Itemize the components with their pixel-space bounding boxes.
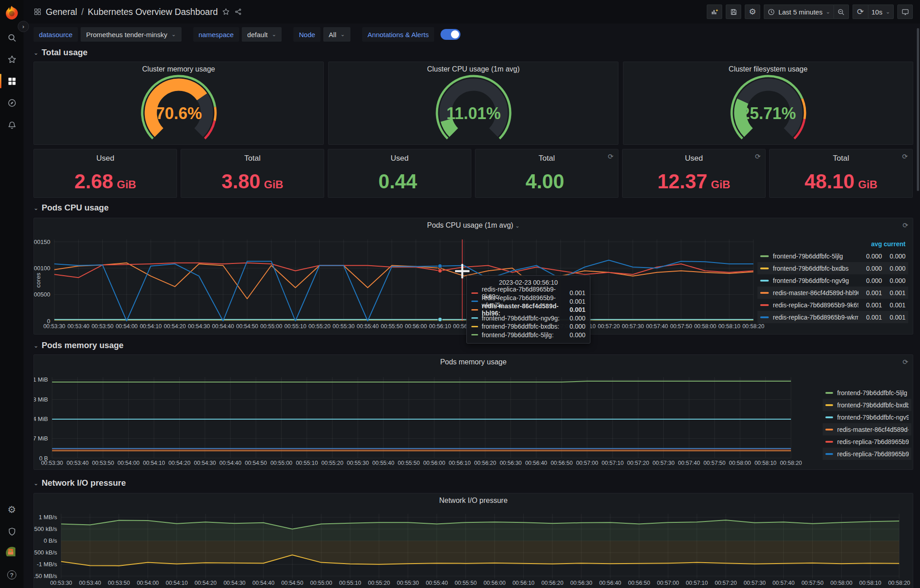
svg-text:00:56:10: 00:56:10 <box>429 323 451 330</box>
clock-icon <box>767 8 775 16</box>
legend-series-name[interactable]: redis-replica-7b6d8965b9-wkm7k <box>773 314 858 321</box>
zoom-out-time-button[interactable] <box>834 5 849 19</box>
legend-series-name[interactable]: redis-replica-7b6d8965b9-wkm7k <box>837 450 909 458</box>
sidebar-item-explore[interactable] <box>0 94 24 112</box>
memory-legend: frontend-79b6ddfbfc-5ljlgfrontend-79b6dd… <box>823 387 911 460</box>
stat-title[interactable]: Used <box>623 154 765 163</box>
legend-current: 0.000 <box>882 265 906 272</box>
network-chart-svg[interactable]: 1 MB/s500 kB/s0 B/s-500 kB/s-1 MB/s-1.50… <box>34 493 913 588</box>
top-navigation: General / Kubernetes Overview Dashboard … <box>24 0 920 24</box>
svg-text:00:55:30: 00:55:30 <box>333 323 355 330</box>
sidebar-item-server-admin[interactable] <box>0 522 24 540</box>
page-title[interactable]: Kubernetes Overview Dashboard <box>88 7 218 17</box>
tooltip-row: redis-master-86cf4d589d-hbl96:0.001 <box>471 306 585 314</box>
datasource-select[interactable]: Prometheus tender-minsky ⌄ <box>81 27 181 42</box>
star-dashboard-icon[interactable] <box>222 8 230 16</box>
legend-series-name[interactable]: redis-master-86cf4d589d-hbl96 <box>773 289 858 296</box>
svg-text:00:58:10: 00:58:10 <box>859 580 882 586</box>
legend-series-name[interactable]: frontend-79b6ddfbfc-bxdbs <box>837 402 909 409</box>
legend-item[interactable]: redis-replica-7b6d8965b9-wkm7k0.0010.001 <box>757 311 908 323</box>
stat-title[interactable]: Used <box>34 154 177 163</box>
legend-series-name[interactable]: frontend-79b6ddfbfc-5ljlg <box>773 253 858 260</box>
sidebar-item-profile[interactable] <box>0 544 24 562</box>
chevron-down-icon: ⌄ <box>34 480 38 487</box>
legend-series-name[interactable]: frontend-79b6ddfbfc-bxdbs <box>773 265 858 272</box>
scrollbar-thumb[interactable] <box>917 28 919 191</box>
stat-value: 3.80GiB <box>181 170 324 193</box>
panel-pods-memory-usage: Pods memory usage ⟳ 0 B4.77 MiB9.54 MiB1… <box>34 354 913 470</box>
sidebar-item-configuration[interactable]: ⚙ <box>0 501 24 519</box>
legend-series-name[interactable]: redis-replica-7b6d8965b9-9k69c <box>773 301 858 309</box>
legend-item[interactable]: frontend-79b6ddfbfc-bxdbs0.0000.000 <box>757 262 908 274</box>
grafana-logo-icon[interactable] <box>4 5 19 20</box>
sidebar-item-alerting[interactable] <box>0 116 24 134</box>
svg-text:500 kB/s: 500 kB/s <box>34 526 57 532</box>
svg-text:00:57:20: 00:57:20 <box>627 460 649 466</box>
legend-header[interactable]: avgcurrent <box>757 238 908 250</box>
legend-series-name[interactable]: redis-replica-7b6d8965b9-9k69c <box>837 438 909 445</box>
refresh-dashboard-button[interactable]: ⟳ <box>853 5 868 19</box>
node-select[interactable]: All ⌄ <box>323 27 350 42</box>
dashboard-settings-button[interactable]: ⚙ <box>745 5 760 19</box>
legend-item[interactable]: frontend-79b6ddfbfc-ngv9g <box>823 411 911 423</box>
panel-sync-icon[interactable]: ⟳ <box>608 153 613 161</box>
share-icon[interactable] <box>234 8 242 16</box>
svg-text:00:55:40: 00:55:40 <box>426 580 448 586</box>
legend-series-name[interactable]: frontend-79b6ddfbfc-5ljlg <box>837 389 909 397</box>
series-color-dash <box>825 392 833 394</box>
svg-text:00:57:10: 00:57:10 <box>686 580 708 586</box>
panel-sync-icon[interactable]: ⟳ <box>902 153 908 161</box>
namespace-select[interactable]: default ⌄ <box>242 27 282 42</box>
tooltip-timestamp: 2023-02-23 00:56:10 <box>471 279 585 286</box>
memory-chart-svg[interactable]: 0 B4.77 MiB9.54 MiB14.3 MiB19.1 MiB00:53… <box>34 355 913 469</box>
sidebar-item-dashboards[interactable] <box>0 72 24 90</box>
legend-item[interactable]: frontend-79b6ddfbfc-ngv9g0.0000.000 <box>757 274 908 287</box>
section-pods-cpu[interactable]: ⌄ Pods CPU usage <box>34 203 109 213</box>
svg-text:9.54 MiB: 9.54 MiB <box>34 416 48 422</box>
sidebar-item-help[interactable]: ? <box>0 566 24 584</box>
svg-text:00:56:10: 00:56:10 <box>449 460 471 466</box>
section-total-usage[interactable]: ⌄ Total usage <box>34 48 87 57</box>
sidebar-item-starred[interactable] <box>0 50 24 68</box>
section-network-io[interactable]: ⌄ Network I/O pressure <box>34 478 126 488</box>
legend-series-name[interactable]: redis-master-86cf4d589d-hbl96 <box>837 426 909 433</box>
sidebar-expand-button[interactable]: › <box>18 21 29 32</box>
legend-item[interactable]: frontend-79b6ddfbfc-bxdbs <box>823 399 911 411</box>
annotations-toggle[interactable] <box>441 29 460 40</box>
stat-title[interactable]: Total <box>475 154 618 163</box>
svg-text:00:56:30: 00:56:30 <box>570 580 593 586</box>
svg-text:00:57:30: 00:57:30 <box>744 580 766 586</box>
svg-text:00:58:20: 00:58:20 <box>743 323 765 330</box>
svg-text:00:54:50: 00:54:50 <box>245 460 267 466</box>
legend-series-name[interactable]: frontend-79b6ddfbfc-ngv9g <box>837 414 909 421</box>
stat-title[interactable]: Total <box>770 154 912 163</box>
cycle-view-mode-button[interactable] <box>897 5 913 19</box>
legend-item[interactable]: frontend-79b6ddfbfc-5ljlg0.0000.000 <box>757 250 908 262</box>
panel-title[interactable]: Cluster memory usage <box>34 65 323 73</box>
panel-sync-icon[interactable]: ⟳ <box>755 153 761 161</box>
save-icon <box>730 8 738 16</box>
legend-item[interactable]: redis-master-86cf4d589d-hbl96 <box>823 423 911 435</box>
svg-text:00:57:40: 00:57:40 <box>772 580 795 586</box>
add-panel-button[interactable] <box>707 5 722 19</box>
stat-title[interactable]: Total <box>181 154 324 163</box>
legend-series-name[interactable]: frontend-79b6ddfbfc-ngv9g <box>773 277 858 284</box>
legend-item[interactable]: redis-replica-7b6d8965b9-wkm7k <box>823 448 911 460</box>
panel-title[interactable]: Cluster CPU usage (1m avg) <box>329 65 618 73</box>
section-pods-memory[interactable]: ⌄ Pods memory usage <box>34 340 124 350</box>
variables-bar: datasource Prometheus tender-minsky ⌄ na… <box>34 27 460 42</box>
panel-title[interactable]: Cluster filesystem usage <box>623 65 913 73</box>
legend-item[interactable]: redis-master-86cf4d589d-hbl960.0010.001 <box>757 287 908 299</box>
refresh-interval-picker[interactable]: 10s ⌄ <box>868 5 894 19</box>
series-color-dash <box>825 416 833 418</box>
time-range-picker[interactable]: Last 5 minutes ⌄ <box>764 5 834 19</box>
legend-item[interactable]: redis-replica-7b6d8965b9-9k69c0.0010.001 <box>757 299 908 311</box>
stat-title[interactable]: Used <box>328 154 471 163</box>
breadcrumb-folder[interactable]: General <box>46 7 77 17</box>
legend-item[interactable]: redis-replica-7b6d8965b9-9k69c <box>823 435 911 448</box>
svg-text:00:55:50: 00:55:50 <box>455 580 477 586</box>
tooltip-value: 0.000 <box>570 331 585 339</box>
save-dashboard-button[interactable] <box>726 5 741 19</box>
legend-item[interactable]: frontend-79b6ddfbfc-5ljlg <box>823 387 911 399</box>
svg-text:1 MB/s: 1 MB/s <box>39 514 58 521</box>
